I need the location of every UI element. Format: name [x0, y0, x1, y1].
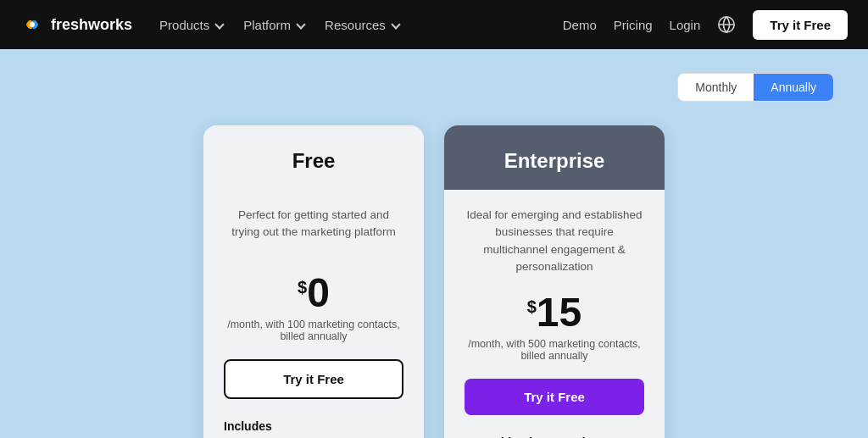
free-card-body: Perfect for getting started and trying o… — [203, 190, 424, 438]
nav-links-left: Products Platform Resources — [159, 18, 536, 32]
globe-icon[interactable] — [717, 15, 736, 34]
pricing-cards: Free Perfect for getting started and try… — [34, 125, 834, 438]
enterprise-card: Enterprise Ideal for emerging and establ… — [444, 125, 665, 438]
free-card-title: Free — [224, 149, 403, 173]
free-price-sub: /month, with 100 marketing contacts, bil… — [224, 319, 403, 342]
enterprise-card-title: Enterprise — [465, 149, 644, 173]
enterprise-price-dollar: $ — [527, 297, 537, 317]
free-card-header: Free — [203, 125, 424, 190]
chevron-down-icon — [296, 19, 305, 29]
logo[interactable]: freshworks — [20, 13, 132, 36]
nav-platform[interactable]: Platform — [243, 18, 304, 32]
enterprise-price-amount: 15 — [537, 292, 581, 333]
free-card: Free Perfect for getting started and try… — [203, 125, 424, 438]
svg-point-1 — [30, 22, 35, 27]
main-content: Monthly Annually Free Perfect for gettin… — [0, 49, 868, 438]
enterprise-try-button[interactable]: Try it Free — [465, 379, 644, 415]
nav-products[interactable]: Products — [159, 18, 223, 32]
nav-login[interactable]: Login — [670, 18, 701, 32]
enterprise-card-header: Enterprise — [444, 125, 665, 190]
chevron-down-icon — [391, 19, 400, 29]
free-price-dollar: $ — [298, 278, 307, 297]
freshworks-logo-icon — [20, 13, 44, 36]
free-price-amount: 0 — [307, 273, 330, 313]
free-card-description: Perfect for getting started and trying o… — [224, 207, 403, 256]
navbar: freshworks Products Platform Resources D… — [0, 0, 868, 49]
nav-try-free-button[interactable]: Try it Free — [753, 10, 848, 40]
enterprise-card-body: Ideal for emerging and established busin… — [444, 190, 665, 438]
enterprise-price-sub: /month, with 500 marketing contacts, bil… — [465, 338, 644, 362]
nav-resources[interactable]: Resources — [325, 18, 399, 32]
annually-toggle[interactable]: Annually — [754, 74, 833, 101]
enterprise-price-row: $ 15 — [465, 292, 644, 333]
enterprise-card-description: Ideal for emerging and established busin… — [465, 207, 644, 275]
nav-demo[interactable]: Demo — [563, 18, 597, 32]
billing-toggle: Monthly Annually — [34, 73, 834, 102]
free-try-button[interactable]: Try it Free — [224, 359, 403, 399]
toggle-group: Monthly Annually — [677, 73, 834, 102]
monthly-toggle[interactable]: Monthly — [678, 74, 754, 101]
logo-text: freshworks — [51, 16, 132, 34]
free-includes-label: Includes — [224, 419, 403, 433]
nav-pricing[interactable]: Pricing — [614, 18, 653, 32]
nav-links-right: Demo Pricing Login Try it Free — [563, 10, 848, 40]
free-price-row: $ 0 — [224, 273, 403, 313]
chevron-down-icon — [215, 19, 225, 29]
